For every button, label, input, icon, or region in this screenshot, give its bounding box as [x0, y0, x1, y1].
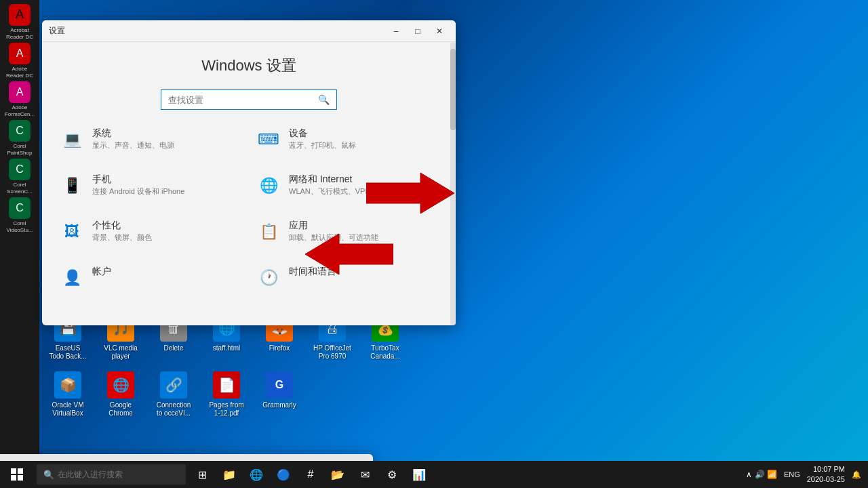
svg-rect-4 — [11, 475, 16, 481]
sidebar-icon-corelscreen[interactable]: C CorelScreenC... — [3, 158, 37, 195]
chinese-personalization-icon: 🖼 — [60, 220, 84, 244]
chinese-close-button[interactable]: ✕ — [430, 24, 449, 39]
sidebar-icon-formscentral[interactable]: A AdobeFormsCen... — [3, 81, 37, 118]
desktop-icon-virtualbox[interactable]: 📦 Oracle VMVirtualBox — [44, 369, 92, 420]
taskbar-system-tray: ∧ 🔊 📶 — [746, 470, 777, 479]
taskbar-search-bar[interactable]: 🔍 — [37, 464, 186, 485]
sidebar: A AcrobatReader DC A AdobeReader DC A Ad… — [0, 0, 39, 461]
taskbar-clock: 10:07 PM 2020-03-25 — [807, 464, 845, 485]
chinese-system-sub: 显示、声音、通知、电源 — [92, 140, 174, 150]
chinese-personalization-title: 个性化 — [92, 220, 152, 232]
svg-rect-3 — [18, 468, 23, 474]
desktop: A AcrobatReader DC A AdobeReader DC A Ad… — [0, 0, 868, 488]
start-button[interactable] — [0, 461, 34, 488]
svg-rect-2 — [11, 468, 16, 474]
chinese-phone-icon: 📱 — [60, 174, 84, 198]
sidebar-icon-videostudio[interactable]: C CorelVideoStu... — [3, 197, 37, 234]
left-arrow — [305, 230, 393, 278]
chinese-devices-sub: 蓝牙、打印机、鼠标 — [289, 140, 356, 150]
chinese-personalization-sub: 背景、锁屏、颜色 — [92, 232, 152, 243]
chinese-network-icon: 🌐 — [256, 174, 281, 198]
chinese-window-controls: – □ ✕ — [387, 24, 449, 39]
taskbar-file-explorer[interactable]: 📁 — [218, 464, 240, 485]
chinese-settings-phone[interactable]: 📱 手机 连接 Android 设备和 iPhone — [56, 169, 245, 202]
chinese-system-title: 系统 — [92, 127, 174, 140]
taskbar-chrome[interactable]: 🔵 — [273, 464, 294, 485]
chinese-phone-title: 手机 — [92, 174, 184, 186]
taskbar-icons: ⊞ 📁 🌐 🔵 # 📂 ✉ ⚙ 📊 — [191, 464, 430, 485]
sidebar-icon-adobe[interactable]: A AdobeReader DC — [3, 42, 37, 79]
desktop-icon-chrome[interactable]: 🌐 GoogleChrome — [97, 369, 144, 420]
chinese-maximize-button[interactable]: □ — [408, 24, 427, 39]
chinese-system-icon: 💻 — [60, 127, 84, 152]
taskbar-calculator[interactable]: # — [300, 464, 321, 485]
chinese-apps-icon: 📋 — [256, 220, 281, 244]
taskbar-outlook[interactable]: ✉ — [354, 464, 376, 485]
taskbar-search-input[interactable] — [58, 470, 166, 479]
svg-marker-0 — [366, 173, 454, 214]
chinese-window-title: 设置 — [49, 25, 387, 37]
chinese-scroll-thumb[interactable] — [450, 49, 456, 130]
chinese-accounts-icon: 👤 — [60, 266, 84, 290]
chinese-time-icon: 🕐 — [256, 266, 281, 290]
right-arrow — [366, 169, 454, 217]
taskbar-edge[interactable]: 🌐 — [245, 464, 267, 485]
chinese-accounts-title: 帐户 — [92, 266, 111, 278]
taskbar-settings[interactable]: ⚙ — [381, 464, 403, 485]
chinese-network-title: 网络和 Internet — [289, 174, 370, 186]
taskbar: 🔍 ⊞ 📁 🌐 🔵 # 📂 ✉ ⚙ 📊 ∧ 🔊 📶 ENG 10:07 PM 2… — [0, 461, 868, 488]
sidebar-icon-acrobat[interactable]: A AcrobatReader DC — [3, 3, 37, 41]
taskbar-notification[interactable]: 🔔 — [852, 470, 861, 479]
desktop-icons-area: 💾 EaseUSTodo Back... 🎵 VLC mediaplayer 🗑… — [44, 312, 451, 420]
chinese-devices-title: 设备 — [289, 127, 356, 140]
taskbar-powerpoint[interactable]: 📊 — [408, 464, 430, 485]
chinese-search-input[interactable] — [168, 95, 318, 105]
taskbar-right: ∧ 🔊 📶 ENG 10:07 PM 2020-03-25 🔔 — [746, 464, 868, 485]
chinese-settings-accounts[interactable]: 👤 帐户 — [56, 262, 245, 294]
chinese-search-bar[interactable]: 🔍 — [161, 89, 337, 110]
chinese-settings-personalization[interactable]: 🖼 个性化 背景、锁屏、颜色 — [56, 216, 245, 248]
taskbar-folder[interactable]: 📂 — [327, 464, 349, 485]
chinese-settings-heading: Windows 设置 — [56, 56, 442, 76]
taskbar-language: ENG — [784, 470, 800, 479]
svg-rect-5 — [18, 475, 23, 481]
chinese-search-icon: 🔍 — [318, 94, 330, 105]
chinese-devices-icon: ⌨ — [256, 127, 281, 152]
sidebar-icon-corel[interactable]: C CorelPaintShop — [3, 119, 37, 157]
desktop-icon-grammarly[interactable]: G Grammarly — [256, 369, 303, 420]
taskbar-date: 2020-03-25 — [807, 474, 845, 485]
chinese-phone-sub: 连接 Android 设备和 iPhone — [92, 186, 184, 197]
taskbar-time: 10:07 PM — [807, 464, 845, 474]
desktop-icon-pages[interactable]: 📄 Pages from1-12.pdf — [203, 369, 250, 420]
chinese-settings-devices[interactable]: ⌨ 设备 蓝牙、打印机、鼠标 — [252, 123, 442, 156]
taskbar-task-view[interactable]: ⊞ — [191, 464, 213, 485]
chinese-minimize-button[interactable]: – — [387, 24, 406, 39]
svg-marker-1 — [305, 234, 393, 274]
chinese-window-titlebar: 设置 – □ ✕ — [42, 20, 456, 42]
chinese-settings-system[interactable]: 💻 系统 显示、声音、通知、电源 — [56, 123, 245, 156]
desktop-icon-connection[interactable]: 🔗 Connectionto occeVI... — [150, 369, 197, 420]
chinese-network-sub: WLAN、飞行模式、VPN — [289, 186, 370, 197]
